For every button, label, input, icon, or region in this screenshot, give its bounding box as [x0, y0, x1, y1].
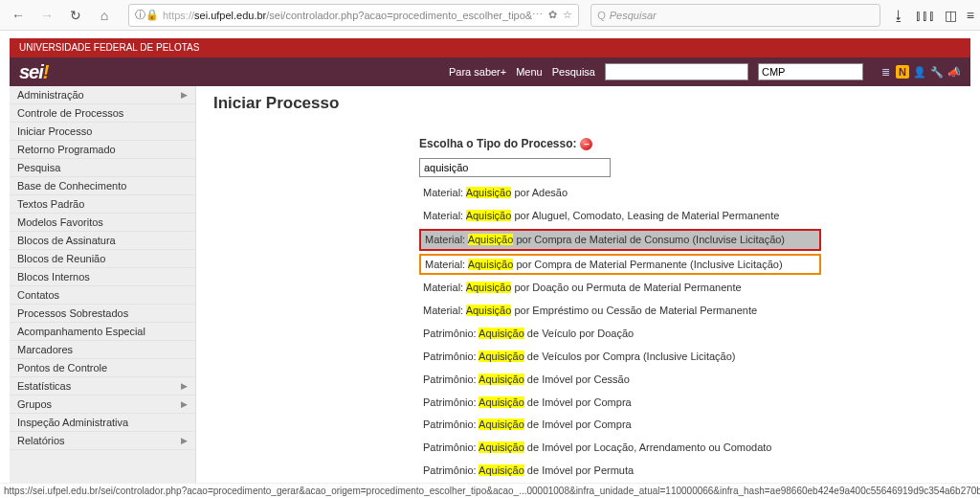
downloads-icon[interactable]: ⭳ — [892, 8, 905, 23]
sidebar-item-13[interactable]: Acompanhamento Especial — [10, 323, 195, 341]
sidebar-item-11[interactable]: Contatos — [10, 286, 195, 305]
filter-input[interactable] — [419, 158, 611, 177]
sidebar-item-label: Acompanhamento Especial — [17, 326, 145, 337]
process-type-item[interactable]: Patrimônio: Aquisição de Imóvel por Perm… — [419, 461, 821, 481]
process-type-item[interactable]: Material: Aquisição por Aluguel, Comodat… — [419, 206, 821, 226]
link-menu[interactable]: Menu — [516, 66, 543, 78]
process-type-item[interactable]: Patrimônio: Aquisição de Veículo por Doa… — [419, 324, 821, 344]
sidebar-item-label: Grupos — [17, 398, 52, 410]
chevron-right-icon: ▶ — [181, 436, 188, 445]
process-type-item[interactable]: Material: Aquisição por Adesão — [419, 183, 821, 203]
app-header: sei! Para saber+ Menu Pesquisa ≣ N 👤 🔧 📣 — [10, 57, 970, 86]
process-type-item[interactable]: Patrimônio: Aquisição de Imóvel por Cess… — [419, 370, 821, 390]
novelty-icon[interactable]: N — [896, 65, 909, 79]
sidebar-item-label: Administração — [17, 89, 84, 101]
sidebar-item-16[interactable]: Estatísticas▶ — [10, 377, 195, 396]
process-type-item[interactable]: Patrimônio: Aquisição de Veículos por Co… — [419, 347, 821, 367]
sidebar-item-19[interactable]: Relatórios▶ — [10, 432, 195, 450]
status-bar: https://sei.ufpel.edu.br/sei/controlador… — [0, 483, 980, 498]
sidebar-item-label: Pontos de Controle — [17, 362, 107, 374]
sidebar-item-label: Retorno Programado — [17, 144, 116, 155]
lock-icon: 🔒 — [145, 9, 159, 21]
sidebar-item-7[interactable]: Modelos Favoritos — [10, 214, 195, 232]
sidebar-item-label: Base de Conhecimento — [17, 180, 126, 192]
chevron-right-icon: ▶ — [181, 381, 188, 391]
home-button[interactable]: ⌂ — [92, 3, 117, 28]
sidebar-icon[interactable]: ◫ — [945, 8, 957, 23]
header-search-input[interactable] — [605, 63, 748, 80]
browser-toolbar: ← → ↻ ⌂ ⓘ 🔒 https://sei.ufpel.edu.br/sei… — [0, 0, 980, 31]
process-type-item[interactable]: Material: Aquisição por Doação ou Permut… — [419, 278, 821, 298]
browser-search[interactable]: Q Pesquisar — [590, 4, 880, 27]
reload-button[interactable]: ↻ — [63, 3, 88, 28]
library-icon[interactable]: ⫿⫿⫿ — [915, 8, 935, 23]
sidebar-item-label: Textos Padrão — [17, 198, 84, 210]
sidebar-item-6[interactable]: Textos Padrão — [10, 195, 195, 214]
sidebar-item-label: Modelos Favoritos — [17, 216, 103, 228]
user-icon[interactable]: 👤 — [913, 65, 926, 79]
sidebar-item-1[interactable]: Controle de Processos — [10, 104, 195, 123]
sidebar-item-15[interactable]: Pontos de Controle — [10, 359, 195, 377]
chevron-right-icon: ▶ — [181, 90, 188, 100]
back-button[interactable]: ← — [6, 3, 31, 28]
logo: sei! — [19, 61, 48, 83]
process-type-item[interactable]: Patrimônio: Aquisição de Imóvel por Comp… — [419, 415, 821, 435]
sidebar-item-label: Pesquisa — [17, 162, 60, 173]
process-type-item[interactable]: Material: Aquisição por Compra de Materi… — [419, 229, 821, 251]
search-placeholder: Pesquisar — [610, 10, 657, 21]
choose-label: Escolha o Tipo do Processo: – — [419, 137, 953, 150]
menu-icon[interactable]: ≡ — [967, 8, 974, 23]
sidebar: Administração▶Controle de ProcessosInici… — [10, 86, 196, 498]
sidebar-item-10[interactable]: Blocos Internos — [10, 268, 195, 286]
forward-button[interactable]: → — [34, 3, 59, 28]
sidebar-item-label: Blocos de Reunião — [17, 253, 105, 264]
url-bar[interactable]: ⓘ 🔒 https://sei.ufpel.edu.br/sei/control… — [128, 4, 579, 27]
process-type-item[interactable]: Material: Aquisição por Empréstimo ou Ce… — [419, 301, 821, 321]
list-icon[interactable]: ≣ — [879, 65, 892, 79]
sidebar-item-label: Blocos de Assinatura — [17, 235, 116, 246]
link-pesquisa[interactable]: Pesquisa — [552, 66, 595, 78]
process-type-item[interactable]: Material: Aquisição por Compra de Materi… — [419, 254, 821, 276]
sidebar-item-3[interactable]: Retorno Programado — [10, 141, 195, 159]
org-strip: UNIVERSIDADE FEDERAL DE PELOTAS — [10, 38, 970, 57]
sidebar-item-label: Estatísticas — [17, 380, 71, 392]
sidebar-item-18[interactable]: Inspeção Administrativa — [10, 414, 195, 432]
process-type-item[interactable]: Patrimônio: Aquisição de Imóvel por Comp… — [419, 393, 821, 413]
link-parasaber[interactable]: Para saber+ — [449, 66, 506, 78]
sidebar-item-12[interactable]: Processos Sobrestados — [10, 305, 195, 323]
sidebar-item-label: Processos Sobrestados — [17, 307, 128, 319]
sidebar-item-4[interactable]: Pesquisa — [10, 159, 195, 177]
exit-icon[interactable]: 📣 — [947, 65, 961, 79]
collapse-icon[interactable]: – — [580, 138, 592, 150]
sidebar-item-label: Blocos Internos — [17, 271, 90, 283]
sidebar-item-0[interactable]: Administração▶ — [10, 86, 195, 104]
info-icon[interactable]: ⓘ — [135, 8, 145, 22]
search-icon: Q — [597, 10, 606, 21]
sidebar-item-label: Marcadores — [17, 344, 73, 355]
more-icon[interactable]: ⋯ — [532, 9, 543, 21]
content: Iniciar Processo Escolha o Tipo do Proce… — [196, 86, 970, 498]
reader-icon[interactable]: ✿ — [548, 9, 557, 21]
process-type-item[interactable]: Patrimônio: Aquisição de Imóvel por Loca… — [419, 438, 821, 458]
sidebar-item-label: Inspeção Administrativa — [17, 417, 128, 428]
config-icon[interactable]: 🔧 — [930, 65, 944, 79]
sidebar-item-9[interactable]: Blocos de Reunião — [10, 250, 195, 268]
sidebar-item-5[interactable]: Base de Conhecimento — [10, 177, 195, 195]
sidebar-item-label: Contatos — [17, 289, 59, 301]
bookmark-icon[interactable]: ☆ — [563, 9, 572, 21]
sidebar-item-label: Controle de Processos — [17, 107, 123, 119]
sidebar-item-2[interactable]: Iniciar Processo — [10, 123, 195, 141]
chevron-right-icon: ▶ — [181, 399, 188, 409]
url-text: https://sei.ufpel.edu.br/sei/controlador… — [163, 10, 532, 21]
sidebar-item-label: Relatórios — [17, 435, 65, 446]
unit-select[interactable] — [758, 63, 863, 80]
sidebar-item-14[interactable]: Marcadores — [10, 341, 195, 359]
sidebar-item-8[interactable]: Blocos de Assinatura — [10, 232, 195, 250]
type-list: Material: Aquisição por AdesãoMaterial: … — [419, 183, 953, 498]
page-title: Iniciar Processo — [213, 94, 953, 113]
sidebar-item-label: Iniciar Processo — [17, 125, 92, 137]
sidebar-item-17[interactable]: Grupos▶ — [10, 396, 195, 414]
